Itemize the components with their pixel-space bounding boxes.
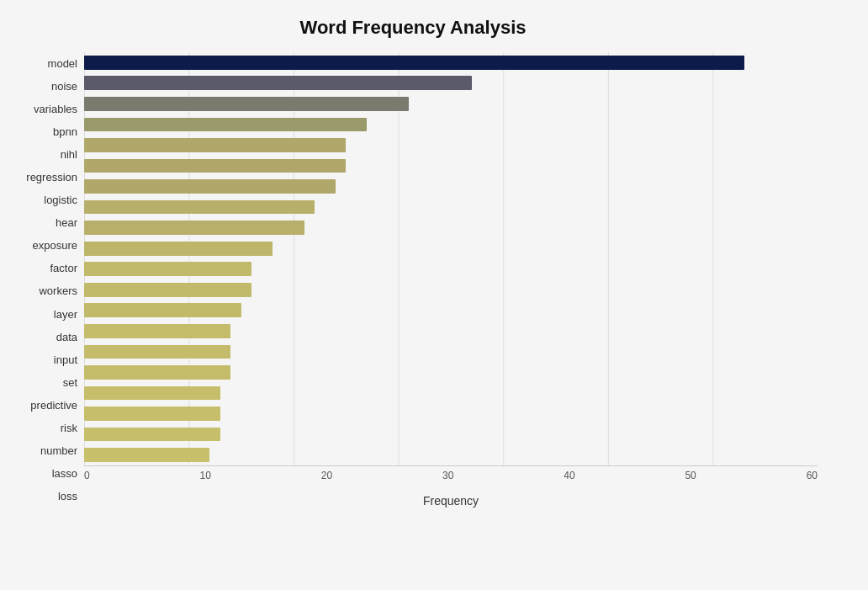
bar (84, 76, 472, 90)
bar-row (84, 238, 818, 259)
bar-row (84, 93, 818, 114)
bar-row (84, 383, 818, 404)
y-label: variables (34, 104, 77, 114)
bar-row (84, 197, 818, 218)
bar (84, 428, 220, 442)
y-label: model (48, 58, 77, 69)
bar (84, 303, 241, 317)
bar-row (84, 73, 818, 94)
chart-area: modelnoisevariablesbpnnnihlregressionlog… (8, 52, 818, 508)
bar-row (84, 176, 818, 197)
bar (84, 56, 744, 70)
bar (84, 448, 209, 462)
y-label: predictive (30, 400, 77, 411)
x-axis: 0102030405060 (84, 465, 818, 491)
y-label: layer (54, 309, 77, 320)
bar (84, 159, 346, 173)
bar-row (84, 424, 818, 445)
bar (84, 283, 251, 297)
y-label: logistic (44, 194, 77, 205)
y-label: input (54, 354, 77, 365)
bar (84, 262, 251, 276)
bar (84, 324, 230, 338)
y-label: risk (61, 423, 77, 433)
bar (84, 221, 304, 235)
y-label: factor (50, 263, 77, 274)
bar (84, 345, 230, 359)
y-labels: modelnoisevariablesbpnnnihlregressionlog… (8, 52, 84, 508)
chart-title: Word Frequency Analysis (8, 17, 818, 39)
bar-row (84, 444, 818, 465)
bar (84, 138, 346, 152)
y-label: number (40, 445, 77, 456)
bar (84, 242, 273, 256)
bar (84, 118, 367, 132)
bar-row (84, 403, 818, 424)
bar (84, 200, 315, 215)
bar-row (84, 135, 818, 156)
bars-area (84, 52, 818, 465)
y-label: set (63, 377, 77, 388)
x-ticks: 0102030405060 (84, 466, 818, 481)
y-label: exposure (33, 240, 77, 251)
bar-row (84, 300, 818, 322)
bar (84, 365, 230, 380)
y-label: hear (56, 217, 77, 228)
bar-row (84, 258, 818, 279)
x-tick: 10 (200, 470, 211, 481)
x-tick: 60 (807, 470, 818, 481)
bar-row (84, 217, 818, 238)
x-tick: 0 (84, 470, 90, 481)
y-label: nihl (61, 149, 77, 160)
bar-row (84, 362, 818, 383)
bar (84, 179, 336, 194)
y-label: loss (58, 491, 77, 502)
y-label: workers (39, 285, 77, 296)
bar-row (84, 279, 818, 300)
y-label: bpnn (53, 126, 77, 137)
x-tick: 40 (564, 470, 574, 481)
bar-row (84, 114, 818, 136)
y-label: data (56, 332, 77, 343)
chart-container: Word Frequency Analysis modelnoisevariab… (0, 0, 868, 590)
bar-row (84, 342, 818, 363)
x-tick: 30 (442, 470, 453, 481)
bar (84, 407, 220, 421)
bar (84, 386, 220, 401)
bar-row (84, 156, 818, 177)
bar (84, 97, 409, 111)
bars-and-x: 0102030405060 Frequency (84, 52, 818, 508)
x-tick: 50 (685, 470, 696, 481)
bar-row (84, 321, 818, 342)
y-label: lasso (52, 468, 77, 479)
y-label: regression (26, 172, 77, 183)
y-label: noise (51, 81, 77, 92)
x-axis-label: Frequency (84, 494, 818, 508)
bar-row (84, 52, 818, 73)
x-tick: 20 (321, 470, 332, 481)
